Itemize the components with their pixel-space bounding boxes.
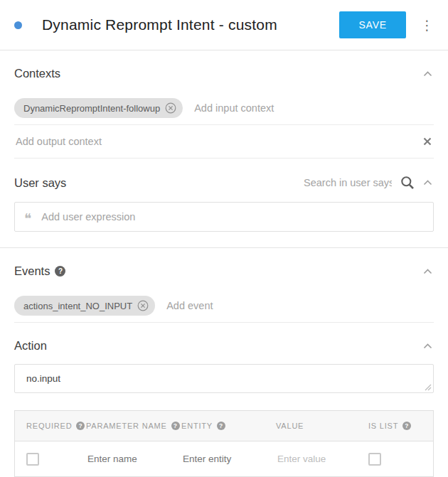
action-title: Action: [14, 339, 47, 353]
header-value: VALUE: [265, 411, 357, 441]
header-is-list: IS LIST: [357, 411, 433, 441]
events-help-icon[interactable]: [55, 266, 65, 277]
input-context-chip-label: DynamicRepromptIntent-followup: [23, 103, 160, 114]
event-chip-label: actions_intent_NO_INPUT: [23, 301, 132, 311]
header-required: REQUIRED: [15, 411, 75, 441]
is-list-help-icon[interactable]: [402, 422, 411, 430]
action-input-box: [14, 364, 434, 393]
action-name-input[interactable]: [25, 373, 423, 385]
parameters-table: REQUIRED PARAMETER NAME ENTITY VALUE IS …: [14, 410, 434, 477]
contexts-section: Contexts DynamicRepromptIntent-followup: [0, 50, 448, 159]
save-button[interactable]: SAVE: [339, 11, 406, 38]
entity-cell: [170, 441, 265, 476]
header-required-label: REQUIRED: [26, 422, 72, 430]
user-says-section-header: User says: [14, 159, 434, 202]
action-section: Action: [0, 323, 448, 393]
parameter-name-cell: [75, 441, 170, 476]
parameter-row: [15, 441, 433, 476]
remove-event-icon[interactable]: [137, 300, 149, 311]
add-output-context-input[interactable]: [14, 135, 421, 148]
header-parameter-name: PARAMETER NAME: [75, 411, 170, 441]
resize-handle-icon[interactable]: [425, 384, 432, 391]
remove-input-context-icon[interactable]: [165, 102, 176, 114]
user-says-section: User says: [0, 159, 448, 248]
contexts-section-header: Contexts: [14, 50, 434, 92]
header: Dynamic Reprompt Intent - custom SAVE: [0, 0, 448, 50]
parameters-table-header: REQUIRED PARAMETER NAME ENTITY VALUE IS …: [15, 411, 433, 441]
clear-output-context-icon[interactable]: [421, 135, 434, 148]
input-contexts-row: DynamicRepromptIntent-followup: [14, 92, 434, 125]
events-title-wrap: Events: [14, 264, 65, 278]
quote-icon: [24, 212, 31, 225]
event-chip: actions_intent_NO_INPUT: [14, 296, 155, 316]
search-user-says-input[interactable]: [302, 176, 393, 189]
events-section: Events actions_intent_NO_INPUT: [0, 248, 448, 323]
output-contexts-row: [14, 125, 434, 159]
intent-status-dot-icon: [14, 21, 22, 29]
user-says-title: User says: [14, 176, 66, 190]
search-icon[interactable]: [400, 175, 415, 191]
add-input-context-input[interactable]: [193, 102, 434, 114]
action-section-header: Action: [14, 323, 434, 364]
add-user-expression-input[interactable]: [40, 210, 424, 223]
value-cell: [265, 441, 357, 476]
input-context-chip: DynamicRepromptIntent-followup: [14, 98, 183, 118]
required-checkbox[interactable]: [26, 453, 39, 466]
events-title: Events: [14, 264, 50, 278]
contexts-collapse-chevron-icon[interactable]: [422, 70, 434, 78]
header-is-list-label: IS LIST: [368, 422, 398, 430]
value-input[interactable]: [276, 453, 354, 465]
parameter-name-input[interactable]: [86, 453, 167, 465]
events-collapse-chevron-icon[interactable]: [422, 267, 434, 276]
contexts-title: Contexts: [14, 67, 60, 80]
entity-input[interactable]: [181, 453, 262, 465]
header-entity: ENTITY: [170, 411, 265, 441]
entity-help-icon[interactable]: [217, 422, 225, 430]
required-cell: [15, 441, 75, 476]
is-list-checkbox[interactable]: [368, 453, 381, 466]
header-entity-label: ENTITY: [181, 422, 213, 430]
user-expression-box: [14, 202, 434, 232]
add-event-input[interactable]: [165, 299, 434, 312]
events-section-header: Events: [14, 248, 434, 289]
action-collapse-chevron-icon[interactable]: [422, 342, 434, 350]
user-says-header-tools: [302, 175, 434, 191]
is-list-cell: [357, 441, 433, 476]
intent-editor-page: Dynamic Reprompt Intent - custom SAVE Co…: [0, 0, 448, 477]
header-parameter-name-label: PARAMETER NAME: [86, 422, 167, 430]
more-options-kebab-icon[interactable]: [417, 16, 437, 35]
events-row: actions_intent_NO_INPUT: [14, 289, 434, 323]
page-title: Dynamic Reprompt Intent - custom: [42, 16, 339, 33]
user-says-collapse-chevron-icon[interactable]: [422, 178, 434, 187]
header-value-label: VALUE: [276, 422, 304, 430]
